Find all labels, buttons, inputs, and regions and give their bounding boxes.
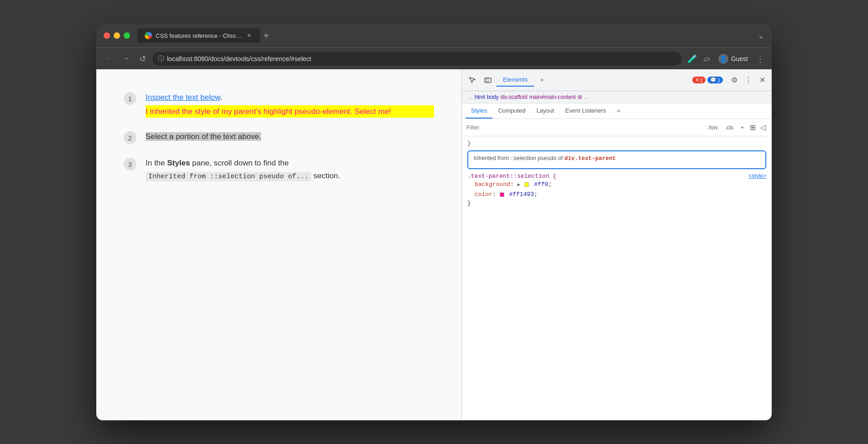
devtools-settings-button[interactable]: ⚙ [728, 73, 740, 87]
breadcrumb-main[interactable]: main#main-content [529, 94, 576, 100]
css-selector: .text-parent::selection { [467, 173, 556, 180]
maximize-window-button[interactable] [124, 32, 130, 39]
tab-close-button[interactable]: ✕ [246, 32, 253, 39]
cls-button[interactable]: .cls [722, 123, 736, 132]
css-prop-name-background: background [475, 181, 510, 188]
step-1-content: Inspect the text below. I inherited the … [146, 91, 434, 118]
breadcrumb-bar: … html body div.scaffold main#main-conte… [462, 91, 772, 103]
css-rule: .text-parent::selection { <style> backgr… [467, 173, 766, 207]
filter-buttons: :hov .cls + ⊞ ◁ [705, 122, 767, 133]
browser-window: CSS features reference - Chro… ✕ + ⌄ ← →… [96, 24, 772, 420]
css-prop-value-color: #ff1493 [509, 191, 534, 198]
styles-tab-layout[interactable]: Layout [531, 103, 559, 119]
experiments-icon[interactable]: 🧪 [685, 52, 699, 66]
step-2-content: Select a portion of the text above. [146, 130, 434, 143]
breadcrumb-di[interactable]: di [578, 94, 582, 100]
tab-bar: CSS features reference - Chro… ✕ + [137, 28, 754, 43]
element-state-button[interactable]: ⊞ [748, 122, 757, 133]
color-swatch[interactable] [500, 192, 504, 197]
devtools-close-button[interactable]: ✕ [757, 73, 768, 87]
css-rule-close: } [467, 200, 766, 207]
address-bar-icons: 🧪 ▱ 👤 Guest ⋮ [685, 52, 766, 66]
filter-bar: :hov .cls + ⊞ ◁ [462, 119, 772, 136]
breadcrumb-div-scaffold[interactable]: div.scaffold [501, 94, 528, 100]
step-3-text-after: section. [311, 171, 340, 180]
minimize-window-button[interactable] [114, 32, 120, 39]
css-prop-name-color: color [475, 191, 492, 198]
breadcrumb-ellipsis[interactable]: … [467, 94, 473, 100]
step-1-number: 1 [124, 92, 136, 105]
new-tab-button[interactable]: + [260, 29, 273, 43]
browser-tab[interactable]: CSS features reference - Chro… ✕ [137, 28, 260, 43]
step-1-period: . [220, 93, 223, 102]
step-3-bold: Styles [167, 159, 190, 167]
styles-tab-event-listeners[interactable]: Event Listeners [559, 103, 612, 119]
filter-input[interactable] [466, 124, 702, 131]
step-list: 1 Inspect the text below. I inherited th… [124, 91, 434, 182]
title-bar: CSS features reference - Chro… ✕ + ⌄ [96, 24, 772, 47]
step-2-number: 2 [124, 131, 136, 144]
hov-button[interactable]: :hov [705, 123, 721, 132]
inspect-link[interactable]: Inspect the text below [146, 93, 220, 102]
tab-end-icon: ⌄ [758, 31, 764, 41]
step-2: 2 Select a portion of the text above. [124, 130, 434, 144]
dt-tab-bar: Elements » [497, 73, 687, 87]
css-rule-header: .text-parent::selection { <style> [467, 173, 766, 180]
error-badge: ✕ 1 [692, 77, 706, 83]
close-brace-decor: } [467, 140, 766, 147]
breadcrumb-html[interactable]: html [475, 94, 485, 100]
styles-tab-more[interactable]: » [612, 103, 626, 119]
selector-ref: div.text-parent [565, 155, 616, 162]
styles-tab-computed[interactable]: Computed [492, 103, 531, 119]
url-input[interactable] [152, 52, 682, 66]
devtools-more-button[interactable]: ⋮ [742, 73, 755, 87]
css-source[interactable]: <style> [748, 173, 766, 179]
forward-button[interactable]: → [119, 52, 133, 65]
split-screen-icon[interactable]: ▱ [702, 52, 712, 66]
devtools-panel: Elements » ✕ 1 💬 1 ⚙ ⋮ ✕ … html body div… [461, 69, 772, 420]
css-prop-color: color: #ff1493; [467, 190, 766, 200]
guest-profile-button[interactable]: 👤 Guest [715, 52, 752, 66]
inspect-element-button[interactable] [465, 73, 479, 87]
step-3-code: Inherited from ::selection pseudo of... [146, 172, 311, 181]
guest-avatar: 👤 [718, 54, 728, 64]
computed-styles-button[interactable]: ◁ [759, 122, 767, 133]
step-3-text-middle: pane, scroll down to find the [190, 159, 288, 167]
step-3-number: 3 [124, 158, 136, 170]
inherited-label-text: Inherited from ::selection pseudo of [474, 155, 563, 161]
background-expand-arrow[interactable]: ▶ [518, 182, 520, 187]
dt-tab-more[interactable]: » [534, 73, 550, 87]
traffic-lights [104, 32, 130, 39]
background-color-swatch[interactable] [524, 182, 529, 187]
back-button[interactable]: ← [102, 52, 115, 65]
guest-label: Guest [731, 55, 748, 62]
address-bar: ← → ↺ ⓘ 🧪 ▱ 👤 Guest ⋮ [96, 47, 772, 69]
step-3: 3 In the Styles pane, scroll down to fin… [124, 157, 434, 182]
breadcrumb-body[interactable]: body [487, 94, 499, 100]
main-area: 1 Inspect the text below. I inherited th… [96, 69, 772, 420]
page-content: 1 Inspect the text below. I inherited th… [96, 69, 461, 420]
tab-favicon [145, 32, 152, 39]
inherited-label: Inherited from ::selection pseudo of div… [474, 155, 760, 162]
devtools-toolbar: Elements » ✕ 1 💬 1 ⚙ ⋮ ✕ [462, 69, 772, 91]
inherited-section: Inherited from ::selection pseudo of div… [467, 150, 766, 169]
selected-text: Select a portion of the text above. [146, 132, 261, 141]
step-3-content: In the Styles pane, scroll down to find … [146, 157, 434, 182]
dt-tab-elements[interactable]: Elements [497, 73, 534, 87]
svg-rect-1 [486, 79, 488, 82]
css-prop-value-background: #ff0 [534, 181, 548, 188]
url-wrapper: ⓘ [152, 52, 682, 66]
breadcrumb-end-ellipsis[interactable]: … [584, 94, 589, 100]
css-prop-background: background: ▶ #ff0; [467, 180, 766, 190]
close-window-button[interactable] [104, 32, 110, 39]
device-toolbar-button[interactable] [481, 73, 495, 87]
tab-title: CSS features reference - Chro… [156, 32, 242, 39]
browser-menu-button[interactable]: ⋮ [754, 52, 766, 66]
new-style-rule-button[interactable]: + [738, 123, 747, 132]
error-badge-container: ✕ 1 💬 1 [689, 75, 727, 85]
step-1: 1 Inspect the text below. I inherited th… [124, 91, 434, 118]
styles-tab-styles[interactable]: Styles [465, 103, 492, 119]
highlight-text: I inherited the style of my parent's hig… [146, 105, 434, 118]
reload-button[interactable]: ↺ [136, 52, 149, 66]
message-badge: 💬 1 [707, 77, 723, 83]
